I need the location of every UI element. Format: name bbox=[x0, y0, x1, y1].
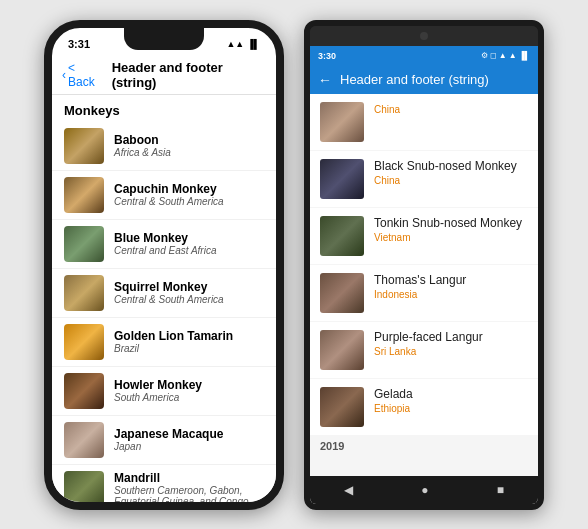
main-container: 3:31 ▲▲ ▐▌ ‹ < Back Header and footer (s… bbox=[34, 10, 554, 520]
item-subtitle: Vietnam bbox=[374, 232, 528, 243]
android-bottom-nav: ◀ ● ■ bbox=[310, 476, 538, 504]
monkey-thumbnail bbox=[64, 373, 104, 409]
monkey-thumbnail bbox=[320, 330, 364, 370]
ios-status-bar: 3:31 ▲▲ ▐▌ bbox=[52, 28, 276, 56]
list-item[interactable]: Baboon Africa & Asia bbox=[52, 122, 276, 171]
list-item[interactable]: China bbox=[310, 94, 538, 150]
android-content[interactable]: China Black Snub-nosed Monkey China Tonk… bbox=[310, 94, 538, 476]
android-status-bar: 3:30 ⚙ ◻ ▲ ▲ ▐▌ bbox=[310, 46, 538, 66]
item-name: Black Snub-nosed Monkey bbox=[374, 159, 528, 173]
item-subtitle: Ethiopia bbox=[374, 403, 528, 414]
item-text: China bbox=[374, 102, 528, 115]
item-name: Howler Monkey bbox=[114, 378, 264, 392]
android-section-year: 2019 bbox=[310, 436, 538, 456]
item-subtitle: Central & South America bbox=[114, 294, 264, 305]
monkey-thumbnail bbox=[320, 102, 364, 142]
item-subtitle: Africa & Asia bbox=[114, 147, 264, 158]
item-text: Squirrel Monkey Central & South America bbox=[114, 280, 264, 305]
item-name: Purple-faced Langur bbox=[374, 330, 528, 344]
list-item[interactable]: Capuchin Monkey Central & South America bbox=[52, 171, 276, 220]
monkey-thumbnail bbox=[320, 159, 364, 199]
item-text: Purple-faced Langur Sri Lanka bbox=[374, 330, 528, 357]
item-name: Japanese Macaque bbox=[114, 427, 264, 441]
monkey-thumbnail bbox=[320, 387, 364, 427]
chevron-left-icon: ‹ bbox=[62, 68, 66, 82]
item-name: Golden Lion Tamarin bbox=[114, 329, 264, 343]
monkey-thumbnail bbox=[64, 226, 104, 262]
battery-icon: ▐▌ bbox=[519, 51, 530, 60]
item-subtitle: Indonesia bbox=[374, 289, 528, 300]
list-item[interactable]: Black Snub-nosed Monkey China bbox=[310, 151, 538, 207]
item-name: Tonkin Snub-nosed Monkey bbox=[374, 216, 528, 230]
screen-icon: ◻ bbox=[490, 51, 497, 60]
monkey-thumbnail bbox=[64, 324, 104, 360]
monkey-thumbnail bbox=[64, 471, 104, 507]
item-subtitle: China bbox=[374, 104, 528, 115]
ios-back-button[interactable]: ‹ < Back bbox=[62, 61, 104, 89]
item-subtitle: Sri Lanka bbox=[374, 346, 528, 357]
item-subtitle: Japan bbox=[114, 441, 264, 452]
list-item[interactable]: Squirrel Monkey Central & South America bbox=[52, 269, 276, 318]
item-subtitle: South America bbox=[114, 392, 264, 403]
android-toolbar: ← Header and footer (string) bbox=[310, 66, 538, 94]
android-back-nav-button[interactable]: ◀ bbox=[344, 483, 353, 497]
list-item[interactable]: Golden Lion Tamarin Brazil bbox=[52, 318, 276, 367]
android-status-icons: ⚙ ◻ ▲ ▲ ▐▌ bbox=[481, 51, 530, 60]
monkey-thumbnail bbox=[320, 216, 364, 256]
android-recent-button[interactable]: ■ bbox=[497, 483, 504, 497]
list-item[interactable]: Japanese Macaque Japan bbox=[52, 416, 276, 465]
item-text: Black Snub-nosed Monkey China bbox=[374, 159, 528, 186]
item-subtitle: Central & South America bbox=[114, 196, 264, 207]
item-text: Gelada Ethiopia bbox=[374, 387, 528, 414]
item-text: Tonkin Snub-nosed Monkey Vietnam bbox=[374, 216, 528, 243]
list-item[interactable]: Gelada Ethiopia bbox=[310, 379, 538, 435]
ios-back-label[interactable]: < Back bbox=[68, 61, 104, 89]
item-name: Blue Monkey bbox=[114, 231, 264, 245]
list-item[interactable]: Tonkin Snub-nosed Monkey Vietnam bbox=[310, 208, 538, 264]
monkey-thumbnail bbox=[64, 128, 104, 164]
item-subtitle: Brazil bbox=[114, 343, 264, 354]
android-screen: 3:30 ⚙ ◻ ▲ ▲ ▐▌ ← Header and footer (str… bbox=[310, 46, 538, 504]
android-top-bar bbox=[310, 26, 538, 46]
ios-phone: 3:31 ▲▲ ▐▌ ‹ < Back Header and footer (s… bbox=[44, 20, 284, 510]
ios-nav-title: Header and footer (string) bbox=[112, 60, 266, 90]
item-name: Capuchin Monkey bbox=[114, 182, 264, 196]
wifi-icon: ▲▲ bbox=[226, 39, 244, 49]
signal-icon: ▲ bbox=[499, 51, 507, 60]
android-time: 3:30 bbox=[318, 51, 336, 61]
item-text: Baboon Africa & Asia bbox=[114, 133, 264, 158]
monkey-thumbnail bbox=[64, 177, 104, 213]
item-name: Squirrel Monkey bbox=[114, 280, 264, 294]
monkey-thumbnail bbox=[64, 422, 104, 458]
item-subtitle: Southern Cameroon, Gabon, Equatorial Gui… bbox=[114, 485, 264, 507]
monkey-thumbnail bbox=[320, 273, 364, 313]
ios-nav-bar: ‹ < Back Header and footer (string) bbox=[52, 56, 276, 95]
android-phone: 3:30 ⚙ ◻ ▲ ▲ ▐▌ ← Header and footer (str… bbox=[304, 20, 544, 510]
android-nav-title: Header and footer (string) bbox=[340, 72, 530, 87]
ios-time: 3:31 bbox=[68, 38, 90, 50]
monkey-thumbnail bbox=[64, 275, 104, 311]
item-text: Howler Monkey South America bbox=[114, 378, 264, 403]
ios-section-header: Monkeys bbox=[52, 95, 276, 122]
item-name: Gelada bbox=[374, 387, 528, 401]
list-item[interactable]: Purple-faced Langur Sri Lanka bbox=[310, 322, 538, 378]
list-item[interactable]: Blue Monkey Central and East Africa bbox=[52, 220, 276, 269]
settings-icon: ⚙ bbox=[481, 51, 488, 60]
item-text: Thomas's Langur Indonesia bbox=[374, 273, 528, 300]
item-name: Thomas's Langur bbox=[374, 273, 528, 287]
item-text: Golden Lion Tamarin Brazil bbox=[114, 329, 264, 354]
list-item[interactable]: Mandrill Southern Cameroon, Gabon, Equat… bbox=[52, 465, 276, 510]
item-text: Japanese Macaque Japan bbox=[114, 427, 264, 452]
item-text: Capuchin Monkey Central & South America bbox=[114, 182, 264, 207]
wifi-icon: ▲ bbox=[509, 51, 517, 60]
android-back-button[interactable]: ← bbox=[318, 72, 332, 88]
item-text: Mandrill Southern Cameroon, Gabon, Equat… bbox=[114, 471, 264, 507]
android-home-button[interactable]: ● bbox=[421, 483, 428, 497]
list-item[interactable]: Thomas's Langur Indonesia bbox=[310, 265, 538, 321]
battery-icon: ▐▌ bbox=[247, 39, 260, 49]
camera-dot bbox=[420, 32, 428, 40]
item-name: Mandrill bbox=[114, 471, 264, 485]
list-item[interactable]: Howler Monkey South America bbox=[52, 367, 276, 416]
item-text: Blue Monkey Central and East Africa bbox=[114, 231, 264, 256]
ios-content[interactable]: Monkeys Baboon Africa & Asia Capuchin Mo… bbox=[52, 95, 276, 510]
